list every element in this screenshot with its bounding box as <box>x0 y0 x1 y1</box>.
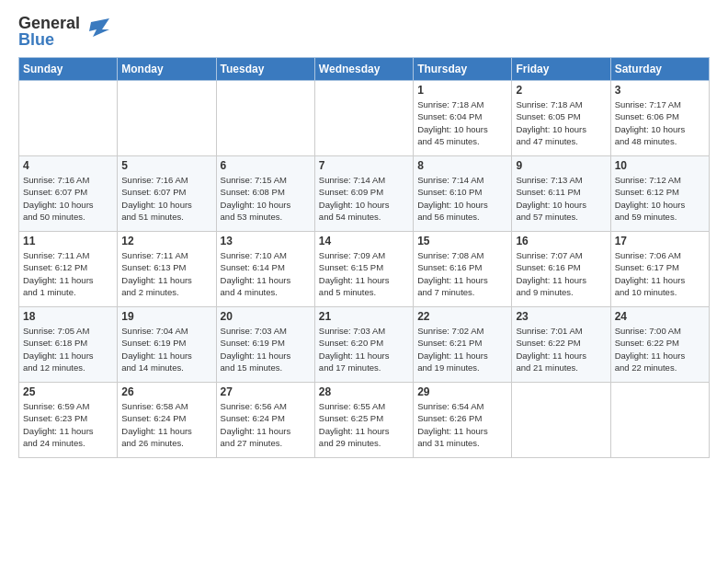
day-info: Sunrise: 7:13 AM Sunset: 6:11 PM Dayligh… <box>516 174 606 223</box>
calendar-cell <box>118 81 216 156</box>
day-info: Sunrise: 7:04 AM Sunset: 6:19 PM Dayligh… <box>121 325 211 373</box>
calendar-cell: 12Sunrise: 7:11 AM Sunset: 6:13 PM Dayli… <box>118 232 216 307</box>
day-info: Sunrise: 7:18 AM Sunset: 6:04 PM Dayligh… <box>417 98 507 147</box>
day-info: Sunrise: 7:16 AM Sunset: 6:07 PM Dayligh… <box>121 174 211 223</box>
calendar-week-1: 4Sunrise: 7:16 AM Sunset: 6:07 PM Daylig… <box>19 156 710 232</box>
day-number: 3 <box>615 84 705 97</box>
day-number: 9 <box>516 159 606 172</box>
calendar-cell: 20Sunrise: 7:03 AM Sunset: 6:19 PM Dayli… <box>216 307 314 383</box>
day-number: 25 <box>23 385 113 398</box>
day-info: Sunrise: 7:17 AM Sunset: 6:06 PM Dayligh… <box>615 98 705 147</box>
calendar-cell: 13Sunrise: 7:10 AM Sunset: 6:14 PM Dayli… <box>216 232 314 307</box>
calendar-cell: 25Sunrise: 6:59 AM Sunset: 6:23 PM Dayli… <box>19 383 118 458</box>
day-info: Sunrise: 7:00 AM Sunset: 6:22 PM Dayligh… <box>615 325 705 373</box>
day-info: Sunrise: 6:55 AM Sunset: 6:25 PM Dayligh… <box>319 400 409 449</box>
day-info: Sunrise: 7:05 AM Sunset: 6:18 PM Dayligh… <box>23 325 113 373</box>
calendar-cell: 9Sunrise: 7:13 AM Sunset: 6:11 PM Daylig… <box>512 156 610 232</box>
day-info: Sunrise: 7:06 AM Sunset: 6:17 PM Dayligh… <box>615 249 705 298</box>
day-number: 8 <box>417 159 507 172</box>
calendar-cell: 16Sunrise: 7:07 AM Sunset: 6:16 PM Dayli… <box>512 232 610 307</box>
calendar-cell <box>216 81 314 156</box>
day-info: Sunrise: 7:18 AM Sunset: 6:05 PM Dayligh… <box>516 98 606 147</box>
day-info: Sunrise: 7:14 AM Sunset: 6:10 PM Dayligh… <box>417 174 507 223</box>
day-info: Sunrise: 7:03 AM Sunset: 6:19 PM Dayligh… <box>221 325 311 373</box>
calendar-cell: 17Sunrise: 7:06 AM Sunset: 6:17 PM Dayli… <box>610 232 709 307</box>
calendar-week-0: 1Sunrise: 7:18 AM Sunset: 6:04 PM Daylig… <box>19 81 710 156</box>
day-number: 6 <box>221 159 311 172</box>
day-info: Sunrise: 7:01 AM Sunset: 6:22 PM Dayligh… <box>516 325 606 373</box>
day-info: Sunrise: 7:09 AM Sunset: 6:15 PM Dayligh… <box>319 249 409 298</box>
page: General Blue SundayMondayTuesdayWednesda… <box>0 0 728 467</box>
day-info: Sunrise: 7:11 AM Sunset: 6:12 PM Dayligh… <box>23 249 113 298</box>
calendar-cell <box>19 81 118 156</box>
calendar-cell: 24Sunrise: 7:00 AM Sunset: 6:22 PM Dayli… <box>610 307 709 383</box>
day-number: 24 <box>615 310 705 323</box>
day-number: 20 <box>221 310 311 323</box>
calendar-cell: 11Sunrise: 7:11 AM Sunset: 6:12 PM Dayli… <box>19 232 118 307</box>
calendar-cell: 15Sunrise: 7:08 AM Sunset: 6:16 PM Dayli… <box>414 232 512 307</box>
calendar-header-row: SundayMondayTuesdayWednesdayThursdayFrid… <box>19 58 710 81</box>
day-number: 17 <box>615 235 705 247</box>
day-number: 15 <box>417 235 507 247</box>
day-number: 26 <box>121 385 211 398</box>
day-info: Sunrise: 7:02 AM Sunset: 6:21 PM Dayligh… <box>417 325 507 373</box>
logo-bird-icon <box>82 15 111 44</box>
calendar-cell: 14Sunrise: 7:09 AM Sunset: 6:15 PM Dayli… <box>314 232 413 307</box>
calendar-cell: 22Sunrise: 7:02 AM Sunset: 6:21 PM Dayli… <box>414 307 512 383</box>
calendar-cell <box>512 383 610 458</box>
day-number: 28 <box>319 385 409 398</box>
day-info: Sunrise: 6:59 AM Sunset: 6:23 PM Dayligh… <box>23 400 113 449</box>
calendar-cell: 4Sunrise: 7:16 AM Sunset: 6:07 PM Daylig… <box>19 156 118 232</box>
day-info: Sunrise: 7:03 AM Sunset: 6:20 PM Dayligh… <box>319 325 409 373</box>
day-number: 2 <box>516 84 606 97</box>
day-number: 13 <box>221 235 311 247</box>
logo-blue-text: Blue <box>18 30 54 49</box>
day-number: 23 <box>516 310 606 323</box>
weekday-header-thursday: Thursday <box>414 58 512 81</box>
calendar-cell: 5Sunrise: 7:16 AM Sunset: 6:07 PM Daylig… <box>118 156 216 232</box>
calendar-cell: 7Sunrise: 7:14 AM Sunset: 6:09 PM Daylig… <box>314 156 413 232</box>
day-info: Sunrise: 7:15 AM Sunset: 6:08 PM Dayligh… <box>221 174 311 223</box>
calendar-cell: 28Sunrise: 6:55 AM Sunset: 6:25 PM Dayli… <box>314 383 413 458</box>
day-info: Sunrise: 7:14 AM Sunset: 6:09 PM Dayligh… <box>319 174 409 223</box>
calendar-week-2: 11Sunrise: 7:11 AM Sunset: 6:12 PM Dayli… <box>19 232 710 307</box>
day-number: 7 <box>319 159 409 172</box>
day-number: 16 <box>516 235 606 247</box>
day-number: 5 <box>121 159 211 172</box>
day-number: 21 <box>319 310 409 323</box>
day-info: Sunrise: 6:56 AM Sunset: 6:24 PM Dayligh… <box>221 400 311 449</box>
calendar-cell: 1Sunrise: 7:18 AM Sunset: 6:04 PM Daylig… <box>414 81 512 156</box>
calendar-cell <box>314 81 413 156</box>
weekday-header-tuesday: Tuesday <box>216 58 314 81</box>
logo: General Blue <box>18 15 111 48</box>
day-number: 22 <box>417 310 507 323</box>
weekday-header-friday: Friday <box>512 58 610 81</box>
weekday-header-saturday: Saturday <box>610 58 709 81</box>
day-info: Sunrise: 6:54 AM Sunset: 6:26 PM Dayligh… <box>417 400 507 449</box>
calendar-cell: 2Sunrise: 7:18 AM Sunset: 6:05 PM Daylig… <box>512 81 610 156</box>
day-number: 11 <box>23 235 113 247</box>
day-number: 19 <box>121 310 211 323</box>
calendar-cell: 27Sunrise: 6:56 AM Sunset: 6:24 PM Dayli… <box>216 383 314 458</box>
calendar-week-4: 25Sunrise: 6:59 AM Sunset: 6:23 PM Dayli… <box>19 383 710 458</box>
calendar-cell: 6Sunrise: 7:15 AM Sunset: 6:08 PM Daylig… <box>216 156 314 232</box>
day-number: 27 <box>221 385 311 398</box>
day-info: Sunrise: 7:10 AM Sunset: 6:14 PM Dayligh… <box>221 249 311 298</box>
day-number: 18 <box>23 310 113 323</box>
weekday-header-wednesday: Wednesday <box>314 58 413 81</box>
calendar-cell: 8Sunrise: 7:14 AM Sunset: 6:10 PM Daylig… <box>414 156 512 232</box>
weekday-header-sunday: Sunday <box>19 58 118 81</box>
day-number: 14 <box>319 235 409 247</box>
day-info: Sunrise: 7:08 AM Sunset: 6:16 PM Dayligh… <box>417 249 507 298</box>
day-info: Sunrise: 7:12 AM Sunset: 6:12 PM Dayligh… <box>615 174 705 223</box>
day-number: 12 <box>121 235 211 247</box>
calendar-cell: 29Sunrise: 6:54 AM Sunset: 6:26 PM Dayli… <box>414 383 512 458</box>
day-number: 10 <box>615 159 705 172</box>
calendar-cell: 21Sunrise: 7:03 AM Sunset: 6:20 PM Dayli… <box>314 307 413 383</box>
logo-general-text: General <box>18 14 80 32</box>
svg-marker-0 <box>89 18 109 37</box>
day-info: Sunrise: 6:58 AM Sunset: 6:24 PM Dayligh… <box>121 400 211 449</box>
day-number: 29 <box>417 385 507 398</box>
day-number: 4 <box>23 159 113 172</box>
calendar-cell: 18Sunrise: 7:05 AM Sunset: 6:18 PM Dayli… <box>19 307 118 383</box>
